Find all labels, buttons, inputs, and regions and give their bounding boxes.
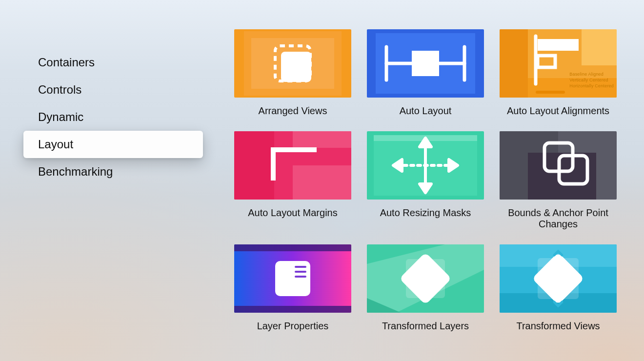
tile <box>367 244 484 313</box>
stack-dashed-icon <box>234 29 351 98</box>
svg-rect-22 <box>293 165 351 200</box>
diamond-corners-icon <box>500 244 617 313</box>
tile-caption: Bounds & Anchor Point Changes <box>500 207 617 230</box>
svg-rect-14 <box>500 29 528 98</box>
svg-rect-4 <box>281 52 311 82</box>
constraint-width-icon <box>367 29 484 98</box>
grid-item-auto-layout[interactable]: Auto Layout <box>367 29 484 117</box>
resize-arrows-icon <box>367 131 484 200</box>
tile-caption: Auto Layout Margins <box>234 207 351 219</box>
tile <box>234 244 351 313</box>
tile: Baseline Aligned Vertically Centered Hor… <box>500 29 617 98</box>
grid-item-auto-resizing-masks[interactable]: Auto Resizing Masks <box>367 131 484 230</box>
sidebar-item-label: Dynamic <box>38 110 83 124</box>
content-grid: Arranged Views Auto Layout <box>234 29 634 332</box>
grid-item-auto-layout-alignments[interactable]: Baseline Aligned Vertically Centered Hor… <box>500 29 617 117</box>
sidebar-item-label: Containers <box>38 56 95 69</box>
grid-item-arranged-views[interactable]: Arranged Views <box>234 29 351 117</box>
tile-caption: Auto Resizing Masks <box>367 207 484 219</box>
tile-detail-text: Baseline Aligned Vertically Centered Hor… <box>569 71 614 89</box>
svg-rect-11 <box>412 51 439 76</box>
tile <box>234 29 351 98</box>
tile <box>367 29 484 98</box>
sidebar: Containers Controls Dynamic Layout Bench… <box>23 49 203 185</box>
tile-caption: Layer Properties <box>234 321 351 332</box>
svg-rect-21 <box>234 131 274 200</box>
tile <box>500 244 617 313</box>
sidebar-item-label: Layout <box>38 138 73 151</box>
svg-rect-40 <box>234 306 351 313</box>
grid-item-auto-layout-margins[interactable]: Auto Layout Margins <box>234 131 351 230</box>
sidebar-item-benchmarking[interactable]: Benchmarking <box>23 158 203 185</box>
sidebar-item-label: Benchmarking <box>38 165 113 179</box>
diamond-icon <box>367 244 484 313</box>
grid-item-transformed-layers[interactable]: Transformed Layers <box>367 244 484 332</box>
tile-caption: Transformed Views <box>500 321 617 332</box>
tile-caption: Auto Layout Alignments <box>500 105 617 117</box>
layer-card-icon <box>234 244 351 313</box>
margin-corner-icon <box>234 131 351 200</box>
svg-rect-39 <box>234 244 351 251</box>
overlap-squares-icon <box>500 131 617 200</box>
sidebar-item-dynamic[interactable]: Dynamic <box>23 103 203 131</box>
sidebar-item-controls[interactable]: Controls <box>23 76 203 103</box>
sidebar-item-layout[interactable]: Layout <box>23 131 203 158</box>
sidebar-item-containers[interactable]: Containers <box>23 49 203 76</box>
sidebar-item-label: Controls <box>38 83 81 97</box>
tile-caption: Auto Layout <box>367 105 484 117</box>
svg-rect-23 <box>293 131 351 148</box>
svg-rect-19 <box>536 91 565 94</box>
svg-rect-15 <box>582 29 617 65</box>
grid-item-layer-properties[interactable]: Layer Properties <box>234 244 351 332</box>
tile <box>500 131 617 200</box>
tile-caption: Transformed Layers <box>367 321 484 332</box>
svg-rect-17 <box>538 39 579 51</box>
tile <box>234 131 351 200</box>
tile <box>367 131 484 200</box>
grid-item-transformed-views[interactable]: Transformed Views <box>500 244 617 332</box>
grid-item-bounds-anchor[interactable]: Bounds & Anchor Point Changes <box>500 131 617 230</box>
tile-caption: Arranged Views <box>234 105 351 117</box>
